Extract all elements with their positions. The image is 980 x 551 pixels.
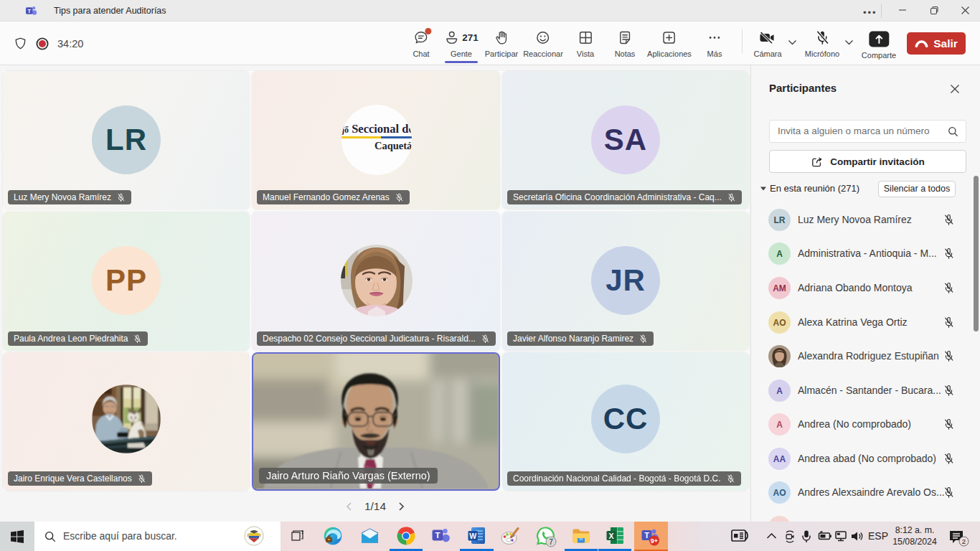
svg-text:T: T (644, 531, 649, 540)
svg-text:2: 2 (962, 537, 966, 545)
svg-text:X: X (608, 532, 613, 540)
svg-text:W: W (469, 532, 476, 540)
svg-text:9+: 9+ (651, 537, 658, 545)
svg-text:T: T (27, 8, 31, 14)
svg-text:7: 7 (549, 538, 553, 546)
svg-text:T: T (435, 531, 440, 540)
